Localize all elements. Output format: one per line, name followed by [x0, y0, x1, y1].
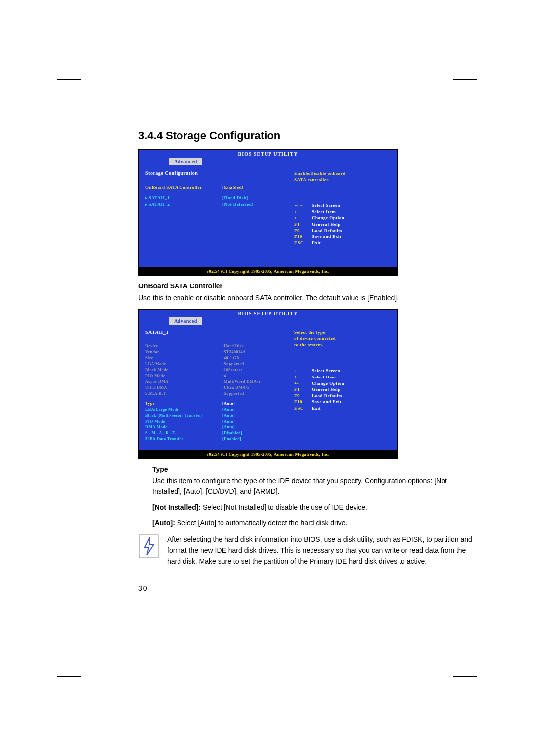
bios-title: BIOS SETUP UTILITY: [139, 150, 397, 158]
page-number: 30: [138, 584, 475, 592]
type-paragraph-1: Use this item to configure the type of t…: [152, 476, 475, 497]
type-paragraph-3: [Auto]: Select [Auto] to automatically d…: [152, 518, 475, 529]
bios-info-row: Size:40.0 GB: [145, 355, 282, 361]
bios-info-row: LBA Mode:Supported: [145, 361, 282, 367]
lightning-icon: [138, 534, 159, 559]
bios-tabbar: Advanced: [139, 158, 397, 165]
bios-option-row: Block (Multi-Sector Transfer)[Auto]: [145, 413, 282, 419]
bios-option-row: Type[Auto]: [145, 401, 282, 407]
bios-help-text: Enable/Disable onboardSATA controller.: [294, 170, 392, 183]
bios-info-row: Async DMA:MultiWord DMA-2: [145, 379, 282, 385]
bios-left-pane: Storage Configuration OnBoard SATA Contr…: [139, 165, 288, 267]
nav-help-row: F10Save and Exit: [294, 234, 392, 240]
bios-info-row: S.M.A.R.T.:Supported: [145, 391, 282, 397]
nav-help-row: ←→Select Screen: [294, 368, 392, 374]
nav-help-row: +-Change Option: [294, 380, 392, 387]
controller-description: Use this to enable or disable onboard SA…: [138, 293, 475, 304]
nav-help-row: +-Change Option: [294, 215, 392, 221]
nav-help-row: ↑↓Select Item: [294, 374, 392, 380]
bios-option-row: LBA/Large Mode[Auto]: [145, 407, 282, 413]
rule-bottom: [138, 582, 475, 582]
nav-help-row: ESCExit: [294, 240, 392, 246]
bios-row: SATAII_1[Hard Disk]: [145, 195, 282, 202]
bios-right-pane: Enable/Disable onboardSATA controller. ←…: [288, 165, 397, 267]
nav-help-row: F1General Help: [294, 221, 392, 228]
bios-option-row: DMA Mode[Auto]: [145, 425, 282, 430]
bios-title: BIOS SETUP UTILITY: [139, 310, 397, 317]
bios-option-row: PIO Mode[Auto]: [145, 419, 282, 425]
controller-heading: OnBoard SATA Controller: [138, 282, 475, 290]
bios-info-row: PIO Mode:4: [145, 373, 282, 379]
bios-screenshot-1: BIOS SETUP UTILITY Advanced Storage Conf…: [138, 149, 398, 276]
page-content: 3.4.4 Storage Configuration BIOS SETUP U…: [138, 109, 475, 592]
bios-tab-advanced: Advanced: [169, 158, 202, 165]
nav-help-row: F10Save and Exit: [294, 399, 392, 405]
nav-help-row: F9Load Defaults: [294, 228, 392, 234]
bios-screenshot-2: BIOS SETUP UTILITY Advanced SATAII_1 Dev…: [138, 309, 398, 459]
bios-nav-help: ←→Select Screen↑↓Select Item+-Change Opt…: [294, 202, 392, 246]
bios-right-pane: Select the typeof device connectedto the…: [288, 325, 397, 450]
bios-nav-help: ←→Select Screen↑↓Select Item+-Change Opt…: [294, 368, 392, 411]
nav-help-row: ↑↓Select Item: [294, 209, 392, 215]
section-title: 3.4.4 Storage Configuration: [138, 129, 475, 142]
bios-tab-advanced: Advanced: [169, 317, 202, 325]
nav-help-row: ←→Select Screen: [294, 202, 392, 209]
bios-tabbar: Advanced: [139, 317, 397, 325]
bios-row: SATAII_2[Not Detected]: [145, 201, 282, 208]
bios-option-row: 32Bit Data Transfer[Enabled]: [145, 436, 282, 442]
bios-heading: Storage Configuration: [145, 170, 282, 176]
type-paragraph-2: [Not Installed]: Select [Not Installed] …: [152, 502, 475, 513]
nav-help-row: F9Load Defaults: [294, 393, 392, 399]
bios-info-row: Ultra DMA:Ultra DMA-5: [145, 385, 282, 391]
bios-heading: SATAII_1: [145, 330, 282, 335]
bios-row: OnBoard SATA Controller[Enabled]: [145, 184, 282, 191]
nav-help-row: ESCExit: [294, 405, 392, 412]
bios-info-row: Device:Hard Disk: [145, 343, 282, 349]
type-heading: Type: [152, 465, 475, 473]
nav-help-row: F1General Help: [294, 386, 392, 393]
rule-top: [138, 109, 475, 109]
bios-footer: v02.54 (C) Copyright 1985-2005, American…: [139, 450, 397, 458]
note-text: After selecting the hard disk informatio…: [167, 534, 475, 567]
bios-info-row: Block Mode:16Sectors: [145, 367, 282, 373]
note-block: After selecting the hard disk informatio…: [138, 534, 475, 567]
bios-info-row: Vendor:ST340014A: [145, 349, 282, 355]
bios-option-row: S . M . A . R . T.[Disabled]: [145, 430, 282, 436]
bios-footer: v02.54 (C) Copyright 1985-2005, American…: [139, 267, 397, 275]
bios-left-pane: SATAII_1 Device:Hard DiskVendor:ST340014…: [139, 325, 288, 450]
bios-help-text: Select the typeof device connectedto the…: [294, 330, 392, 348]
